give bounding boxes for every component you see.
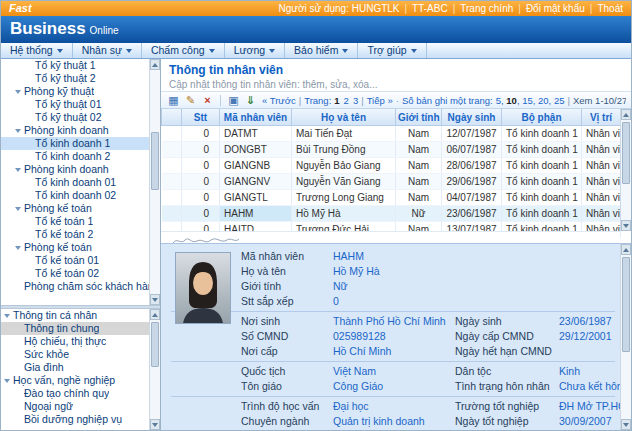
scrollbar-thumb[interactable] [622,122,630,184]
column-header[interactable]: Giới tính [396,109,442,126]
tree-item[interactable]: Tổ kỹ thuật 2 [1,72,149,85]
scroll-down-button[interactable] [621,419,631,430]
tree-item[interactable]: Tổ kinh doanh 1 [1,137,149,150]
tree-item[interactable]: Phòng kỹ thuật [1,85,149,98]
tree-item[interactable]: Tổ kế toán 2 [1,228,149,241]
top-link[interactable]: Đổi mật khẩu [526,3,585,14]
page-size-option[interactable]: 10 [506,95,517,106]
tree-item[interactable]: Tổ kinh doanh 02 [1,189,149,202]
cell: 0 [182,206,220,222]
field-value [559,279,617,294]
tree-expand-icon[interactable] [15,129,21,133]
column-header[interactable]: Vị trí [582,109,621,126]
tree-expand-icon[interactable] [15,207,21,211]
column-header[interactable]: Bộ phận [502,109,582,126]
tree-item[interactable]: Bồi dưỡng nghiệp vụ [1,413,149,426]
current-user-label: Người sử dụng: HUNGTLK [278,3,399,14]
tree-item[interactable]: Phòng kinh doanh [1,163,149,176]
column-header[interactable]: Họ và tên [292,109,396,126]
tree-item[interactable]: Đào tạo chính quy [1,387,149,400]
tree-expand-icon[interactable] [15,246,21,250]
table-scrollbar[interactable] [620,109,631,231]
pager-page[interactable]: 3 [353,95,358,106]
table-row[interactable]: 0GIANGNVNguyễn Văn GiangNam29/06/1987Tổ … [162,174,621,190]
tree-item[interactable]: Tổ kế toán 02 [1,267,149,280]
tree-expand-icon[interactable] [15,168,21,172]
menu-item[interactable]: Trợ giúp [358,43,426,58]
grid-icon[interactable]: ▦ [166,93,181,108]
tree-item[interactable]: Sức khỏe [1,348,149,361]
tree-item[interactable]: Tổ kế toán 1 [1,215,149,228]
top-link[interactable]: Trang chính [460,3,513,14]
tree-item[interactable]: Tổ kinh doanh 2 [1,150,149,163]
tree-item[interactable]: Hộ chiếu, thị thực [1,335,149,348]
table-row[interactable]: 0DONGBTBùi Trung ĐồngNam06/07/1987Tổ kin… [162,142,621,158]
table-row[interactable]: 0HAHMHồ Mỹ HàNữ23/06/1987Tổ kinh doanh 1… [162,206,621,222]
tree-item[interactable]: Học vấn, nghề nghiệp [1,374,149,387]
copy-icon[interactable]: ▣ [226,93,241,108]
pager-page-label: Trang: [304,95,331,106]
tree-item[interactable]: Tổ kế toán 01 [1,254,149,267]
scrollbar-thumb[interactable] [622,257,630,352]
top-link[interactable]: TT-ABC [412,3,448,14]
page-size-option[interactable]: 15 [522,95,533,106]
scroll-down-button[interactable] [150,419,160,430]
menu-item[interactable]: Hệ thống [1,43,73,58]
scroll-down-button[interactable] [150,294,160,305]
top-link[interactable]: Thoát [597,3,623,14]
edit-icon[interactable]: ✎ [183,93,198,108]
table-row[interactable]: 0GIANGNBNguyễn Bảo GiangNam28/06/1987Tổ … [162,158,621,174]
pager-next[interactable]: Tiếp » [367,95,393,106]
cell: Tổ kinh doanh 1 [502,190,582,206]
cell: GIANGTL [220,190,292,206]
table-row[interactable]: 0GIANGTLTrương Long GiangNam04/07/1987Tổ… [162,190,621,206]
page-size-option[interactable]: 20 [538,95,549,106]
tree-item[interactable]: Tổ kỹ thuật 02 [1,111,149,124]
pager-page[interactable]: 2 [344,95,349,106]
tree-item-label: Bồi dưỡng nghiệp vụ [24,413,122,426]
personal-tree-scrollbar[interactable] [149,309,160,430]
table-row[interactable]: 0DATMTMai Tiến ĐạtNam12/07/1987Tổ kinh d… [162,126,621,142]
delete-icon[interactable]: × [200,93,215,108]
column-header[interactable]: Mã nhân viên [220,109,292,126]
tree-item[interactable]: Phòng kế toán [1,241,149,254]
org-tree-scrollbar[interactable] [149,59,160,305]
tree-item[interactable]: Phòng chăm sóc khách hàng [1,280,149,293]
detail-scrollbar[interactable] [620,244,631,430]
tree-item[interactable]: Thông tin cá nhân [1,309,149,322]
scrollbar-track[interactable] [150,70,160,294]
page-size-option[interactable]: 25 [554,95,565,106]
scrollbar-thumb[interactable] [151,322,159,367]
tree-item[interactable]: Thông tin chung [1,322,149,335]
scroll-up-button[interactable] [621,109,631,120]
tree-item[interactable]: Phòng kế toán [1,202,149,215]
tree-expand-icon[interactable] [4,379,10,383]
pager-page[interactable]: 1 [334,95,339,106]
column-header[interactable] [162,109,182,126]
scrollbar-track[interactable] [621,120,631,220]
tree-item[interactable]: Tổ kỹ thuật 1 [1,59,149,72]
menu-item[interactable]: Bảo hiểm [285,43,358,58]
scroll-up-button[interactable] [150,59,160,70]
export-down-icon[interactable]: ⇓ [243,93,258,108]
pager-prev[interactable]: « Trước [262,95,296,106]
tree-expand-icon[interactable] [15,90,21,94]
tree-item[interactable]: Ngoại ngữ [1,400,149,413]
scrollbar-track[interactable] [621,255,631,419]
menu-item-label: Trợ giúp [367,43,406,58]
menu-item[interactable]: Chấm công [142,43,225,58]
scrollbar-thumb[interactable] [151,132,159,190]
tree-item[interactable]: Tổ kinh doanh 01 [1,176,149,189]
tree-item[interactable]: Phòng kinh doanh [1,124,149,137]
menu-item[interactable]: Nhân sự [73,43,142,58]
column-header[interactable]: Stt [182,109,220,126]
scroll-up-button[interactable] [621,244,631,255]
scroll-down-button[interactable] [621,220,631,231]
tree-item[interactable]: Gia đình [1,361,149,374]
tree-item[interactable]: Tổ kỹ thuật 01 [1,98,149,111]
tree-expand-icon[interactable] [4,314,10,318]
column-header[interactable]: Ngày sinh [442,109,502,126]
scroll-up-button[interactable] [150,309,160,320]
menu-item[interactable]: Lương [225,43,285,58]
scrollbar-track[interactable] [150,320,160,419]
